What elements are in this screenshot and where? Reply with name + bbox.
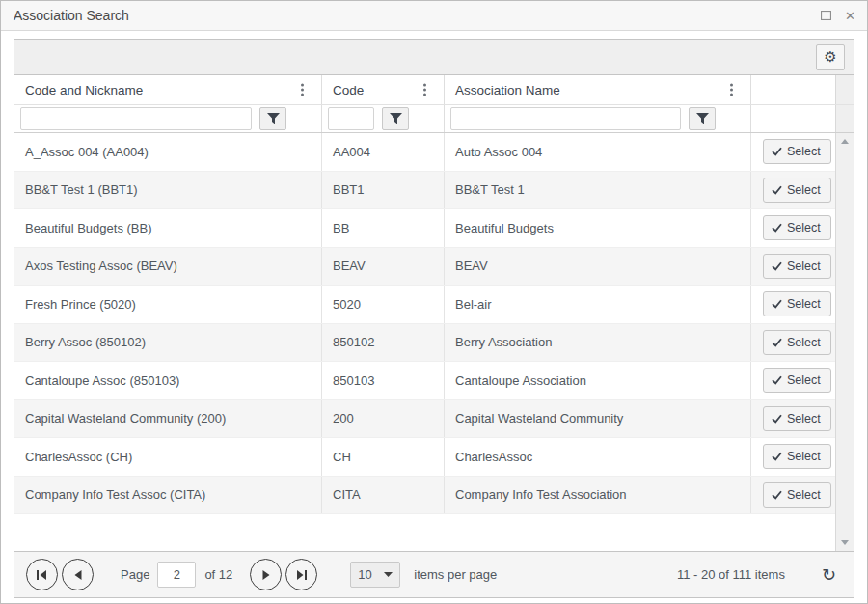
cell-code: 200	[321, 400, 444, 438]
table-row: Capital Wasteland Community (200) 200 Ca…	[14, 400, 835, 439]
select-button-label: Select	[787, 221, 821, 234]
pager-right: 11 - 20 of 111 items ↻	[677, 566, 836, 584]
next-page-icon	[262, 570, 270, 580]
select-button[interactable]: Select	[763, 482, 831, 508]
cell-select: Select	[750, 400, 835, 438]
select-button-label: Select	[787, 450, 821, 463]
check-icon	[772, 338, 782, 347]
cell-code: CITA	[321, 477, 444, 514]
cell-select: Select	[750, 362, 835, 399]
previous-page-button[interactable]	[62, 559, 94, 590]
check-icon	[772, 261, 782, 271]
grid-pager: Page of 12 10 items per page 11 - 20 of …	[14, 551, 854, 597]
grid-settings-button[interactable]: ⚙	[816, 44, 845, 70]
header-code-and-nickname[interactable]: Code and Nickname	[14, 75, 321, 104]
header-label: Association Name	[455, 83, 560, 97]
first-page-button[interactable]	[26, 559, 58, 590]
next-page-button[interactable]	[250, 559, 282, 590]
funnel-icon	[390, 113, 402, 124]
window-controls: ✕	[821, 10, 855, 22]
cell-select: Select	[750, 248, 835, 286]
scroll-up-icon[interactable]	[841, 139, 849, 144]
check-icon	[772, 490, 782, 500]
select-button-label: Select	[787, 488, 821, 502]
header-association-name[interactable]: Association Name	[444, 75, 750, 104]
select-button-label: Select	[787, 336, 821, 349]
filter-button-association-name[interactable]	[689, 107, 716, 130]
previous-page-icon	[74, 570, 82, 580]
cell-code-and-nickname: CharlesAssoc (CH)	[14, 438, 321, 476]
select-button[interactable]: Select	[763, 254, 831, 279]
filter-scrollbar-spacer	[835, 105, 854, 132]
select-button-label: Select	[787, 183, 821, 197]
header-label: Code	[333, 83, 364, 97]
column-menu-icon[interactable]	[730, 84, 733, 96]
last-page-button[interactable]	[285, 559, 317, 590]
cell-association-name: Bel-air	[444, 286, 750, 323]
select-button[interactable]: Select	[763, 291, 831, 316]
association-grid: ⚙ Code and Nickname Code Association Nam…	[14, 39, 854, 598]
select-button[interactable]: Select	[763, 368, 831, 393]
cell-code: 5020	[321, 286, 444, 323]
items-range-label: 11 - 20 of 111 items	[677, 567, 785, 582]
filter-input-code-and-nickname[interactable]	[20, 107, 252, 130]
cell-code: 850102	[321, 324, 444, 362]
check-icon	[772, 414, 782, 424]
cell-code: 850103	[321, 362, 444, 399]
cell-code: BBT1	[321, 172, 444, 209]
select-button[interactable]: Select	[763, 406, 831, 431]
select-button[interactable]: Select	[763, 444, 831, 469]
cell-association-name: Capital Wasteland Community	[444, 400, 750, 438]
table-row: Cantaloupe Assoc (850103) 850103 Cantalo…	[14, 362, 835, 400]
dialog-content: ⚙ Code and Nickname Code Association Nam…	[1, 31, 867, 603]
close-icon[interactable]: ✕	[845, 10, 855, 22]
dialog-titlebar: Association Search ✕	[1, 1, 867, 31]
select-button[interactable]: Select	[763, 215, 831, 240]
cell-code-and-nickname: Cantaloupe Assoc (850103)	[14, 362, 321, 399]
cell-association-name: Berry Association	[444, 324, 750, 362]
filter-input-association-name[interactable]	[450, 107, 681, 130]
filter-cell-code-and-nickname	[14, 105, 321, 132]
select-button[interactable]: Select	[763, 139, 831, 164]
cell-code-and-nickname: Capital Wasteland Community (200)	[14, 400, 321, 438]
cell-code-and-nickname: Company Info Test Assoc (CITA)	[14, 477, 321, 514]
grid-toolbar: ⚙	[14, 40, 854, 75]
column-menu-icon[interactable]	[423, 84, 426, 96]
cell-association-name: Company Info Test Association	[444, 477, 750, 514]
select-button-label: Select	[787, 297, 821, 311]
maximize-icon[interactable]	[821, 11, 831, 20]
vertical-scrollbar[interactable]	[835, 133, 854, 551]
filter-input-code[interactable]	[328, 107, 374, 130]
funnel-icon	[267, 113, 280, 124]
select-button-label: Select	[787, 260, 821, 273]
cell-association-name: Cantaloupe Association	[444, 362, 750, 399]
header-code[interactable]: Code	[321, 75, 444, 104]
filter-cell-select	[750, 105, 835, 132]
filter-button-code[interactable]	[382, 107, 409, 130]
table-row: Company Info Test Assoc (CITA) CITA Comp…	[14, 477, 835, 515]
gear-icon: ⚙	[824, 50, 836, 65]
cell-select: Select	[750, 133, 835, 171]
column-menu-icon[interactable]	[301, 84, 304, 96]
cell-code-and-nickname: Axos Testing Assoc (BEAV)	[14, 248, 321, 286]
filter-cell-association-name	[444, 105, 750, 132]
header-select-column	[750, 75, 835, 104]
cell-association-name: Beautiful Budgets	[444, 209, 750, 247]
page-number-input[interactable]	[157, 562, 196, 588]
page-size-dropdown[interactable]: 10	[350, 562, 400, 588]
check-icon	[772, 452, 782, 461]
scroll-down-icon[interactable]	[841, 540, 849, 545]
grid-header-row: Code and Nickname Code Association Name	[14, 75, 854, 105]
cell-select: Select	[750, 438, 835, 476]
cell-association-name: BB&T Test 1	[444, 172, 750, 209]
refresh-button[interactable]: ↻	[822, 566, 836, 584]
first-page-icon	[37, 570, 47, 580]
cell-association-name: CharlesAssoc	[444, 438, 750, 476]
filter-button-code-and-nickname[interactable]	[259, 107, 286, 130]
cell-select: Select	[750, 172, 835, 209]
funnel-icon	[696, 113, 709, 124]
cell-code-and-nickname: Berry Assoc (850102)	[14, 324, 321, 362]
select-button-label: Select	[787, 412, 821, 426]
select-button[interactable]: Select	[763, 330, 831, 355]
select-button[interactable]: Select	[763, 178, 831, 203]
